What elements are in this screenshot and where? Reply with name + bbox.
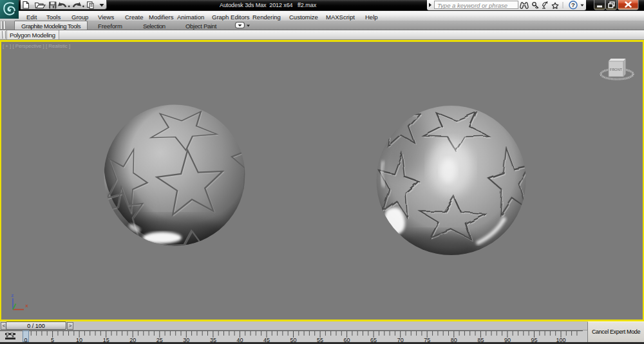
svg-text:x: x (25, 303, 28, 309)
svg-text:20: 20 (129, 337, 136, 343)
svg-text:70: 70 (397, 337, 404, 343)
svg-text:100: 100 (556, 337, 565, 343)
svg-text:60: 60 (344, 337, 350, 343)
svg-text:FRONT: FRONT (610, 68, 623, 72)
svg-text:65: 65 (370, 337, 377, 343)
svg-text:55: 55 (317, 337, 323, 343)
svg-text:80: 80 (451, 337, 457, 343)
svg-text:10: 10 (76, 337, 82, 343)
svg-text:35: 35 (210, 337, 216, 343)
svg-text:5: 5 (51, 337, 54, 343)
svg-text:40: 40 (236, 337, 243, 343)
svg-text:?: ? (571, 1, 575, 8)
svg-text:45: 45 (263, 337, 270, 343)
svg-text:z: z (12, 292, 14, 298)
svg-text:25: 25 (156, 337, 163, 343)
svg-text:85: 85 (477, 337, 484, 343)
svg-text:50: 50 (290, 337, 296, 343)
svg-text:0: 0 (24, 337, 27, 343)
svg-text:90: 90 (504, 337, 511, 343)
svg-text:30: 30 (183, 337, 189, 343)
svg-text:95: 95 (531, 337, 537, 343)
svg-text:75: 75 (424, 337, 430, 343)
svg-text:15: 15 (103, 337, 109, 343)
